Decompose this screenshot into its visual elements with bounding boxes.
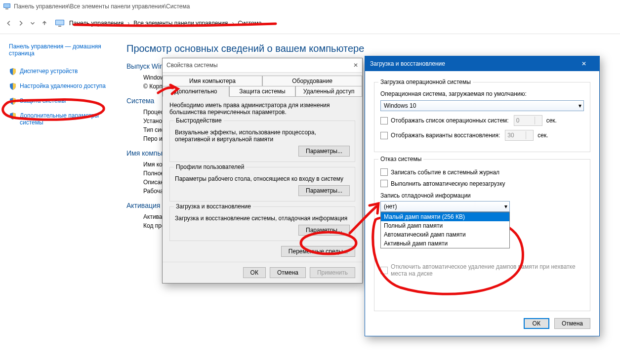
close-icon[interactable]: ✕ xyxy=(353,62,358,69)
group-text: Визуальные эффекты, использование процес… xyxy=(175,129,350,143)
checkbox-label: Отключить автоматическое удаление дампов… xyxy=(391,263,584,277)
group-text: Загрузка и восстановление системы, отлад… xyxy=(175,215,350,222)
show-recovery-checkbox[interactable] xyxy=(380,132,388,139)
checkbox-label: Выполнить автоматическую перезагрузку xyxy=(391,180,505,187)
dialog-button-row: ОК Отмена Применить xyxy=(163,262,362,283)
auto-restart-checkbox[interactable] xyxy=(380,180,388,187)
svg-rect-4 xyxy=(56,20,64,25)
nav-bar: Панель управления › Все элементы панели … xyxy=(0,13,620,34)
window-titlebar: Панель управления\Все элементы панели уп… xyxy=(0,0,620,13)
chevron-down-icon: ▾ xyxy=(504,203,507,210)
breadcrumb-item[interactable]: Система xyxy=(236,20,263,27)
note-text: Необходимо иметь права администратора дл… xyxy=(169,102,355,116)
sidebar-item-remote[interactable]: Настройка удаленного доступа xyxy=(20,82,106,89)
group-legend: Быстродействие xyxy=(174,117,224,124)
computer-icon xyxy=(3,2,11,10)
shield-icon xyxy=(9,112,17,120)
up-button[interactable] xyxy=(39,17,50,29)
chevron-down-icon: ▾ xyxy=(579,102,581,109)
sidebar-item-device-manager[interactable]: Диспетчер устройств xyxy=(20,68,78,75)
performance-settings-button[interactable]: Параметры... xyxy=(298,146,350,157)
system-properties-dialog: Свойства системы ✕ Имя компьютера Оборуд… xyxy=(162,58,363,283)
shield-icon xyxy=(9,97,17,105)
dialog-titlebar[interactable]: Свойства системы ✕ xyxy=(163,58,362,73)
combo-value: Windows 10 xyxy=(384,102,416,109)
disable-auto-delete-checkbox[interactable] xyxy=(380,267,388,274)
group-text: Параметры рабочего стола, относящиеся ко… xyxy=(175,175,350,182)
apply-button[interactable]: Применить xyxy=(310,267,355,278)
dump-option-active[interactable]: Активный дамп памяти xyxy=(381,239,509,248)
checkbox-label: Записать событие в системный журнал xyxy=(391,169,499,176)
dialog-title: Загрузка и восстановление xyxy=(370,60,445,67)
breadcrumb-item[interactable]: Панель управления xyxy=(67,20,125,27)
write-event-checkbox[interactable] xyxy=(380,168,388,176)
breadcrumb-item[interactable]: Все элементы панели управления xyxy=(131,20,230,27)
computer-icon xyxy=(55,20,64,27)
show-os-list-checkbox[interactable] xyxy=(380,117,388,124)
env-vars-button[interactable]: Переменные среды... xyxy=(281,246,355,257)
tab-strip: Имя компьютера Оборудование Дополнительн… xyxy=(163,73,362,96)
sidebar-home-link[interactable]: Панель управления — домашняя страница xyxy=(9,43,117,57)
tab-advanced[interactable]: Дополнительно xyxy=(163,86,229,97)
combo-value: (нет) xyxy=(384,203,397,210)
startup-settings-button[interactable]: Параметры... xyxy=(298,225,350,236)
ok-button[interactable]: ОК xyxy=(524,318,549,329)
startup-recovery-dialog: Загрузка и восстановление ✕ Загрузка опе… xyxy=(365,56,600,336)
dump-dropdown: Малый дамп памяти (256 КВ) Полный дамп п… xyxy=(380,212,510,248)
shield-icon xyxy=(9,68,17,76)
tab-computer-name[interactable]: Имя компьютера xyxy=(163,76,262,86)
profiles-settings-button[interactable]: Параметры... xyxy=(298,185,350,196)
tab-protection[interactable]: Защита системы xyxy=(229,86,296,97)
checkbox-label: Отображать варианты восстановления: xyxy=(391,132,500,139)
svg-rect-2 xyxy=(5,8,8,9)
seconds-label: сек. xyxy=(546,117,557,124)
sidebar-item-advanced[interactable]: Дополнительные параметры системы xyxy=(20,112,117,126)
page-title: Просмотр основных сведений о вашем компь… xyxy=(126,43,364,54)
shield-icon xyxy=(9,82,17,90)
cancel-button[interactable]: Отмена xyxy=(554,318,590,329)
svg-rect-1 xyxy=(4,4,10,7)
failure-group: Отказ системы Записать событие в системн… xyxy=(374,159,590,311)
svg-rect-5 xyxy=(58,26,61,27)
dump-option-auto[interactable]: Автоматический дамп памяти xyxy=(381,230,509,239)
default-os-label: Операционная система, загружаемая по умо… xyxy=(380,90,584,97)
group-legend: Загрузка и восстановление xyxy=(174,203,253,210)
dump-combo[interactable]: (нет) ▾ xyxy=(380,201,510,212)
tab-hardware[interactable]: Оборудование xyxy=(262,76,362,86)
dump-label: Запись отладочной информации xyxy=(380,192,584,199)
dump-option-small[interactable]: Малый дамп памяти (256 КВ) xyxy=(381,212,509,221)
ok-button[interactable]: ОК xyxy=(243,267,266,278)
forward-button[interactable] xyxy=(15,17,27,29)
seconds-label: сек. xyxy=(537,132,548,139)
dump-option-full[interactable]: Полный дамп памяти xyxy=(381,221,509,230)
group-legend: Отказ системы xyxy=(378,156,423,162)
group-legend: Загрузка операционной системы xyxy=(378,79,473,85)
back-button[interactable] xyxy=(3,17,15,29)
sidebar: Панель управления — домашняя страница Ди… xyxy=(0,34,117,240)
performance-group: Быстродействие Визуальные эффекты, испол… xyxy=(169,121,355,162)
chevron-right-icon: › xyxy=(125,20,131,27)
recovery-seconds-spin[interactable]: 30 xyxy=(505,130,534,141)
sidebar-item-protection[interactable]: Защита системы xyxy=(20,97,66,104)
window-title: Панель управления\Все элементы панели уп… xyxy=(14,3,190,10)
tab-remote[interactable]: Удаленный доступ xyxy=(295,86,362,97)
history-dropdown[interactable] xyxy=(27,17,39,29)
boot-group: Загрузка операционной системы Операционн… xyxy=(374,82,590,152)
profiles-group: Профили пользователей Параметры рабочего… xyxy=(169,167,355,202)
close-icon[interactable]: ✕ xyxy=(574,56,594,71)
breadcrumb[interactable]: Панель управления › Все элементы панели … xyxy=(55,20,264,27)
default-os-combo[interactable]: Windows 10 ▾ xyxy=(380,100,584,111)
dialog-titlebar[interactable]: Загрузка и восстановление ✕ xyxy=(365,56,599,71)
group-legend: Профили пользователей xyxy=(174,163,246,170)
os-list-seconds-spin[interactable]: 0 xyxy=(514,115,542,126)
chevron-right-icon: › xyxy=(230,20,236,27)
cancel-button[interactable]: Отмена xyxy=(270,267,306,278)
startup-group: Загрузка и восстановление Загрузка и вос… xyxy=(169,206,355,241)
checkbox-label: Отображать список операционных систем: xyxy=(391,117,509,124)
dialog-title: Свойства системы xyxy=(166,62,218,69)
